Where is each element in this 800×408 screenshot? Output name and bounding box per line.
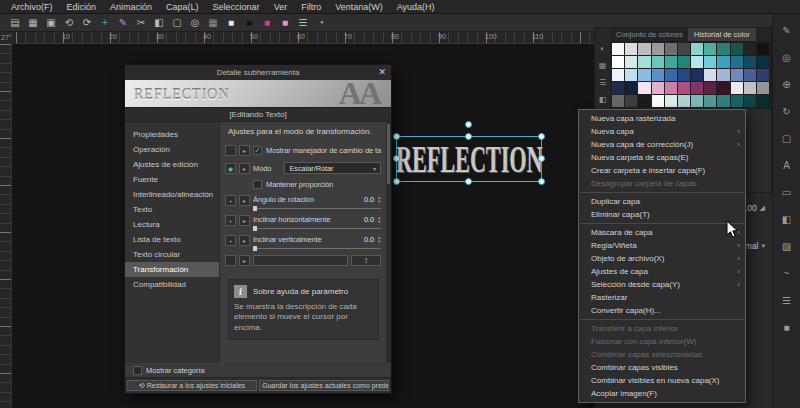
zoom-tool-icon[interactable]: ◎ — [779, 51, 795, 65]
rotation-slider[interactable]: Ángulo de rotación 0.0 ▲▼ — [253, 195, 381, 209]
color-swatch[interactable] — [625, 95, 637, 107]
pattern-tool-icon[interactable]: ▨ — [779, 240, 795, 254]
save-icon[interactable]: ▣ — [44, 16, 58, 30]
menubar-item[interactable]: Archivo(F) — [4, 0, 60, 14]
color-swatch[interactable] — [678, 56, 690, 68]
settings-icon[interactable]: ☰ — [296, 16, 310, 30]
dialog-scrollbar[interactable] — [386, 122, 391, 363]
scrollbar-thumb[interactable] — [387, 124, 390, 184]
color-swatch[interactable] — [638, 95, 650, 107]
expand-icon[interactable]: ▸ — [239, 215, 250, 226]
color-swatch[interactable] — [744, 43, 756, 55]
color-swatch[interactable] — [691, 95, 703, 107]
menubar-item[interactable]: Ver — [267, 0, 295, 14]
selection-handle[interactable] — [538, 155, 545, 162]
color-swatch[interactable] — [717, 56, 729, 68]
param-slot-button[interactable] — [225, 255, 236, 266]
save-defaults-button[interactable]: Guardar los ajustes actuales como predet… — [259, 380, 389, 391]
selection-handle[interactable] — [538, 133, 545, 140]
skew-vertical-slider[interactable]: Inclinar verticalmente 0.0 ▲▼ — [253, 235, 381, 249]
snap-icon[interactable]: + — [98, 16, 112, 30]
category-item[interactable]: Ajustes de edición — [125, 157, 219, 172]
color-swatch[interactable] — [612, 43, 624, 55]
restore-defaults-button[interactable]: ⟲ Restaurar a los ajustes iniciales — [127, 380, 257, 391]
fg-color-icon[interactable]: ■ — [224, 16, 238, 30]
color-swatch[interactable] — [691, 82, 703, 94]
swatch-grid-icon[interactable]: ▦ — [599, 61, 607, 70]
menubar-item[interactable]: Ventana(W) — [328, 0, 390, 14]
color-swatch[interactable] — [757, 69, 769, 81]
color-swatch[interactable] — [665, 95, 677, 107]
copy-icon[interactable]: ◧ — [152, 16, 166, 30]
color-swatch[interactable] — [744, 95, 756, 107]
slider-thumb[interactable] — [253, 246, 257, 251]
color-swatch[interactable] — [704, 56, 716, 68]
context-menu-item[interactable]: Nueva capa de corrección(J)› — [579, 138, 745, 151]
category-item[interactable]: Texto circular — [125, 247, 219, 262]
color-swatch[interactable] — [731, 43, 743, 55]
context-menu-item[interactable]: Objeto de archivo(X)› — [579, 252, 745, 265]
opacity-slider-icon[interactable]: ◢ — [760, 204, 765, 212]
plus-icon[interactable]: + — [225, 215, 236, 226]
color-swatch[interactable] — [638, 82, 650, 94]
show-category-checkbox[interactable]: Mostrar categoría — [133, 366, 205, 375]
category-item[interactable]: Propiedades — [125, 127, 219, 142]
category-item[interactable]: Transformación — [125, 262, 219, 277]
bg-color-icon[interactable]: ■ — [242, 16, 256, 30]
color-swatch[interactable] — [652, 69, 664, 81]
context-menu-item[interactable]: Selección desde capa(Y)› — [579, 278, 745, 291]
open-file-icon[interactable]: ▦ — [26, 16, 40, 30]
color-swatch[interactable] — [757, 82, 769, 94]
selection-handle[interactable] — [465, 178, 472, 185]
canvas-text[interactable]: REFLECTION — [396, 137, 542, 181]
show-handle-checkbox[interactable]: ✓ Mostrar manejador de cambio de tamaño — [253, 146, 381, 155]
color-swatch[interactable] — [704, 43, 716, 55]
mode-select[interactable]: Escalar/Rotar ▾ — [284, 162, 381, 174]
paste-icon[interactable]: ▢ — [170, 16, 184, 30]
skew-vertical-spinner[interactable]: ▲▼ — [377, 236, 381, 244]
color-swatch[interactable] — [731, 69, 743, 81]
color-swatch[interactable] — [665, 43, 677, 55]
color-swatch[interactable] — [612, 82, 624, 94]
slider-thumb[interactable] — [253, 226, 257, 231]
category-item[interactable]: Texto — [125, 202, 219, 217]
spin-down-icon[interactable]: ▼ — [377, 220, 381, 224]
apply-transform-button[interactable] — [253, 255, 348, 266]
menubar-item[interactable]: Capa(L) — [159, 0, 206, 14]
text-tool-icon[interactable]: A — [779, 159, 795, 173]
slider-track[interactable] — [253, 228, 381, 229]
context-menu-item[interactable]: Desagrupar carpeta de capas — [579, 177, 745, 190]
param-slot-button[interactable] — [225, 145, 236, 156]
selection-handle[interactable] — [538, 178, 545, 185]
menubar-item[interactable]: Animación — [103, 0, 159, 14]
plus-icon[interactable]: + — [225, 235, 236, 246]
keep-proportion-checkbox[interactable]: Mantener proporción — [253, 180, 333, 189]
gradient-tool-icon[interactable]: ◧ — [779, 213, 795, 227]
color-swatch[interactable] — [652, 82, 664, 94]
color-swatch[interactable] — [625, 43, 637, 55]
color-swatch[interactable] — [652, 95, 664, 107]
color-swatch[interactable] — [757, 43, 769, 55]
curve-tool-icon[interactable]: ~ — [779, 267, 795, 281]
color-swatch[interactable] — [678, 69, 690, 81]
grid-icon[interactable]: ▦ — [206, 16, 220, 30]
shape-tool-icon[interactable]: ▭ — [779, 186, 795, 200]
pen-icon[interactable]: ✎ — [116, 16, 130, 30]
context-menu-item[interactable]: Nueva capa rasterizada — [579, 112, 745, 125]
context-menu-item[interactable]: Crear carpeta e insertar capa(F) — [579, 164, 745, 177]
redo-icon[interactable]: ⟳ — [80, 16, 94, 30]
color-swatch[interactable] — [638, 69, 650, 81]
help-icon[interactable]: ◔ — [314, 16, 328, 30]
color-swatch[interactable] — [691, 69, 703, 81]
selection-handle[interactable] — [393, 178, 400, 185]
color-swatch[interactable] — [704, 82, 716, 94]
color-swatch[interactable] — [704, 69, 716, 81]
category-item[interactable]: Lista de texto — [125, 232, 219, 247]
color-swatch[interactable] — [717, 69, 729, 81]
rotation-value[interactable]: 0.0 — [354, 195, 374, 204]
color-swatch[interactable] — [731, 95, 743, 107]
menubar-item[interactable]: Edición — [60, 0, 104, 14]
color-panel-tab[interactable]: Historial de color — [688, 28, 756, 41]
context-menu-item[interactable]: Rasterizar — [579, 291, 745, 304]
context-menu-item[interactable]: Máscara de capa› — [579, 226, 745, 239]
